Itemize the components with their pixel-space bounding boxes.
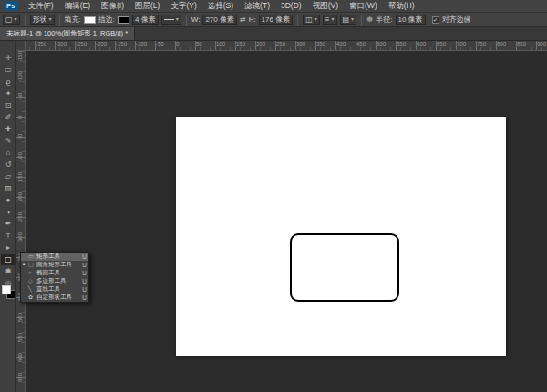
gear-icon[interactable]: ☸ — [366, 15, 373, 24]
ruler-label: 300 — [296, 41, 305, 47]
flyout-item-label: 自定形状工具 — [36, 294, 79, 302]
flyout-item-shortcut: U — [81, 262, 87, 268]
canvas[interactable] — [176, 117, 506, 356]
ruler-label: 150 — [236, 41, 245, 47]
flyout-item-polygon-tool[interactable]: ◇多边形工具U — [21, 277, 88, 285]
brush-tool[interactable]: ✎ — [1, 136, 15, 147]
ruler-label: 850 — [517, 41, 526, 47]
path-operations-button[interactable]: ◫ ▾ — [303, 15, 320, 25]
menu-item-edit[interactable]: 编辑(E) — [59, 0, 96, 12]
align-edges-checkbox[interactable]: ✓ — [432, 16, 439, 24]
eraser-tool[interactable]: ▱ — [1, 171, 15, 182]
active-tool-dot-icon: • — [23, 261, 26, 269]
ruler-label: 450 — [356, 41, 366, 47]
ruler-label: -250 — [76, 41, 87, 47]
blur-tool[interactable]: ● — [1, 195, 15, 206]
radius-input[interactable]: 10 像素 — [396, 15, 426, 25]
dodge-tool[interactable]: ◑ — [1, 207, 15, 218]
lasso-tool[interactable]: ϱ — [1, 77, 15, 88]
stroke-width-input[interactable]: 4 像素 — [132, 15, 159, 25]
ruler-label: 650 — [437, 41, 446, 47]
flyout-item-ellipse-tool[interactable]: ○椭圆工具U — [21, 269, 88, 277]
flyout-item-line-tool[interactable]: ╲直线工具U — [21, 285, 88, 294]
menu-item-layer[interactable]: 图层(L) — [129, 0, 165, 12]
rectangular-marquee-tool[interactable]: ▭ — [1, 65, 15, 76]
chevron-down-icon: ▾ — [176, 15, 179, 24]
ruler-label: 600 — [417, 41, 426, 47]
clone-stamp-tool[interactable]: ⌂ — [1, 148, 15, 159]
chevron-down-icon: ▾ — [351, 15, 354, 24]
divider — [186, 15, 187, 26]
ruler-label: 650 — [16, 369, 24, 386]
path-selection-tool[interactable]: ▸ — [1, 242, 15, 253]
rounded-rectangle-shape[interactable] — [290, 233, 399, 302]
menu-items: 文件(F)编辑(E)图像(I)图层(L)文字(Y)选择(S)滤镜(T)3D(D)… — [23, 0, 420, 12]
ruler-label: 900 — [537, 41, 546, 47]
ruler-label: 350 — [316, 41, 325, 47]
ruler-label: 700 — [457, 41, 466, 47]
menu-item-3d[interactable]: 3D(D) — [275, 0, 307, 12]
menu-bar: Ps 文件(F)编辑(E)图像(I)图层(L)文字(Y)选择(S)滤镜(T)3D… — [0, 0, 547, 13]
history-brush-tool[interactable]: ↺ — [1, 160, 15, 170]
ruler-label: 250 — [276, 41, 285, 47]
divider — [361, 15, 362, 26]
menu-item-file[interactable]: 文件(F) — [23, 0, 59, 12]
flyout-item-rectangle-tool[interactable]: ▭矩形工具U — [21, 253, 88, 261]
rounded-rectangle-tool[interactable]: ▢ — [1, 254, 15, 265]
divider — [25, 15, 26, 26]
hand-tool[interactable]: ✱ — [1, 266, 15, 277]
tool-preset-picker[interactable]: ▢ ▾ — [3, 15, 20, 25]
move-tool[interactable]: ✛ — [1, 53, 15, 64]
check-icon: ✓ — [433, 17, 438, 23]
horizontal-ruler[interactable]: -350-300-250-200-150-100-500501001502002… — [26, 41, 547, 51]
flyout-item-shortcut: U — [81, 278, 87, 284]
ruler-label: 200 — [256, 41, 265, 47]
menu-item-select[interactable]: 选择(S) — [202, 0, 239, 12]
menu-item-help[interactable]: 帮助(H) — [383, 0, 420, 12]
rounded-rectangle-tool-icon: ▢ — [28, 261, 35, 269]
path-arrange-button[interactable]: ▤ ▾ — [340, 15, 357, 25]
path-arrange-icon: ▤ — [343, 15, 350, 24]
stroke-color-swatch[interactable] — [118, 16, 129, 24]
flyout-item-rounded-rectangle-tool[interactable]: •▢圆角矩形工具U — [21, 261, 88, 269]
menu-item-filter[interactable]: 滤镜(T) — [239, 0, 275, 12]
ellipse-tool-icon: ○ — [28, 269, 35, 277]
ruler-label: 0 — [176, 41, 179, 47]
eyedropper-tool[interactable]: ✐ — [1, 112, 15, 123]
type-tool[interactable]: T — [1, 231, 15, 242]
fill-color-swatch[interactable] — [84, 16, 96, 24]
menu-item-type[interactable]: 文字(Y) — [165, 0, 201, 12]
document-tab[interactable]: 未标题-1 @ 100%(圆角矩形 1, RGB/8) * — [0, 27, 135, 40]
link-dimensions-icon[interactable]: ⇄ — [240, 15, 246, 24]
rectangle-tool-icon: ▭ — [28, 253, 35, 261]
ruler-label: 0 — [16, 108, 24, 125]
gradient-tool[interactable]: ▨ — [1, 183, 15, 194]
crop-tool[interactable]: ⊡ — [1, 100, 15, 111]
menu-item-image[interactable]: 图像(I) — [96, 0, 129, 12]
width-input[interactable]: 270 像素 — [202, 15, 237, 25]
chevron-down-icon: ▾ — [49, 15, 52, 24]
height-label: H: — [249, 15, 256, 24]
ruler-label: 600 — [16, 349, 24, 366]
flyout-item-shortcut: U — [81, 294, 87, 301]
height-input[interactable]: 176 像素 — [259, 15, 294, 25]
ruler-label: 750 — [477, 41, 486, 47]
foreground-color-swatch[interactable] — [2, 285, 11, 294]
chevron-down-icon: ▾ — [15, 15, 17, 24]
healing-brush-tool[interactable]: ✚ — [1, 124, 15, 135]
pen-tool[interactable]: ✒ — [1, 219, 15, 230]
shape-mode-select[interactable]: 形状 ▾ — [30, 15, 55, 25]
ruler-label: -150 — [16, 48, 24, 65]
menu-item-window[interactable]: 窗口(W) — [344, 0, 383, 12]
path-alignment-button[interactable]: ≡ ▾ — [323, 15, 337, 25]
ruler-label: -350 — [36, 41, 46, 47]
flyout-item-custom-shape-tool[interactable]: ✿自定形状工具U — [21, 294, 88, 302]
align-edges-label: 对齐边缘 — [442, 15, 471, 25]
flyout-item-label: 直线工具 — [36, 285, 79, 294]
quick-selection-tool[interactable]: ✦ — [1, 88, 15, 99]
flyout-item-label: 椭圆工具 — [36, 269, 79, 277]
ruler-label: 800 — [497, 41, 506, 47]
vertical-ruler[interactable]: -150-100-5005010015020025030035040045050… — [16, 51, 26, 392]
menu-item-view[interactable]: 视图(V) — [307, 0, 344, 12]
stroke-style-select[interactable]: ▾ — [161, 15, 181, 25]
